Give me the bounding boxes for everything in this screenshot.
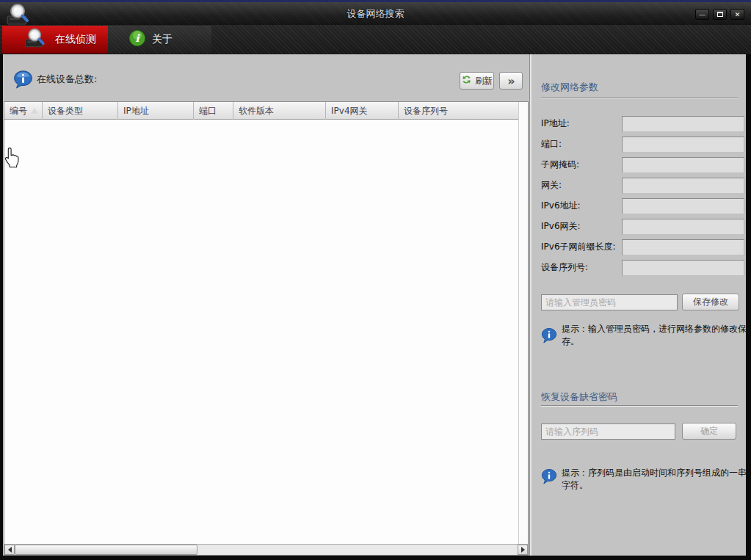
tab-about[interactable]: i 关于	[108, 26, 211, 54]
scroll-left-button[interactable]	[4, 545, 15, 555]
column-header-ip-address[interactable]: IP地址	[118, 102, 194, 120]
expand-options-button[interactable]: »	[499, 72, 523, 90]
ipv6-gateway-field[interactable]	[622, 219, 744, 235]
app-window: 设备网络搜索 — ✕ 在线侦测	[0, 0, 751, 560]
subnet-mask-field[interactable]	[622, 157, 744, 173]
section-rule	[541, 405, 738, 407]
column-header-software-version[interactable]: 软件版本	[233, 102, 326, 120]
ipv6-address-label: IPv6地址:	[541, 198, 581, 213]
port-field[interactable]	[622, 137, 744, 153]
section-rule	[541, 97, 738, 98]
ipv6-address-field[interactable]	[622, 198, 744, 214]
device-table-header: 编号 设备类型 IP地址 端口 软件版本 IPv4网关 设备序列号	[4, 102, 518, 120]
device-table-body	[4, 120, 518, 544]
column-header-ipv4-gateway[interactable]: IPv4网关	[326, 102, 399, 120]
restore-default-password-title: 恢复设备缺省密码	[541, 390, 617, 404]
sort-ascending-icon	[31, 108, 38, 114]
ipv6-gateway-label: IPv6网关:	[541, 219, 581, 233]
minimize-button[interactable]: —	[695, 9, 709, 20]
maximize-icon	[717, 12, 723, 17]
scroll-right-button[interactable]	[518, 545, 528, 555]
maximize-button[interactable]	[713, 9, 727, 20]
scroll-left-icon	[8, 547, 12, 553]
restore-hint-info-icon	[541, 468, 557, 489]
gateway-label: 网关:	[541, 178, 562, 192]
window-controls: — ✕	[695, 9, 744, 20]
save-changes-button[interactable]: 保存修改	[682, 294, 739, 310]
refresh-button[interactable]: 刷新	[460, 72, 494, 90]
horizontal-scrollbar[interactable]	[4, 544, 528, 555]
modify-hint-info-icon	[541, 327, 557, 348]
window-title: 设备网络搜索	[0, 2, 751, 25]
modify-hint-text: 提示：输入管理员密码，进行网络参数的修改保存。	[562, 323, 747, 348]
refresh-icon	[461, 75, 472, 87]
network-parameter-panel: 修改网络参数 IP地址: 端口: 子网掩码: 网关: IPv6地址: IPv6网…	[533, 54, 746, 556]
scroll-right-icon	[521, 547, 525, 553]
close-button[interactable]: ✕	[730, 9, 744, 20]
tab-strip: 在线侦测 i 关于	[0, 25, 751, 54]
horizontal-scrollbar-thumb[interactable]	[15, 545, 197, 555]
subnet-mask-label: 子网掩码:	[541, 157, 579, 172]
tab-online-detect-label: 在线侦测	[55, 33, 96, 46]
admin-password-input[interactable]	[541, 294, 678, 310]
tab-about-label: 关于	[152, 33, 173, 46]
double-chevron-icon: »	[507, 74, 514, 88]
main-content: 在线设备总数: 刷新 » 编号 设备类型 IP地址 端	[3, 54, 746, 556]
gateway-field[interactable]	[622, 178, 744, 194]
online-device-count-label: 在线设备总数:	[37, 70, 97, 89]
ok-button[interactable]: 确定	[682, 423, 736, 440]
tab-online-detect[interactable]: 在线侦测	[2, 26, 108, 54]
device-table: 编号 设备类型 IP地址 端口 软件版本 IPv4网关 设备序列号	[4, 101, 529, 556]
ipv6-prefix-length-label: IPv6子网前缀长度:	[541, 239, 616, 254]
column-header-serial-number[interactable]: 设备序列号	[399, 102, 518, 120]
column-header-device-type[interactable]: 设备类型	[43, 102, 118, 120]
minimize-icon: —	[699, 11, 705, 18]
vertical-scrollbar-track[interactable]	[518, 102, 528, 544]
ip-address-label: IP地址:	[541, 116, 570, 131]
ipv6-prefix-length-field[interactable]	[622, 239, 744, 255]
title-bar: 设备网络搜索 — ✕	[0, 2, 751, 25]
device-count-info-icon	[13, 70, 33, 92]
column-header-index[interactable]: 编号	[4, 102, 43, 120]
restore-hint-text: 提示：序列码是由启动时间和序列号组成的一串字符。	[562, 467, 747, 492]
serial-code-input[interactable]	[541, 423, 675, 440]
panel-divider	[529, 54, 531, 556]
modify-network-params-title: 修改网络参数	[541, 81, 598, 94]
column-header-port[interactable]: 端口	[194, 102, 233, 120]
device-serial-field[interactable]	[622, 260, 744, 276]
ip-address-field[interactable]	[622, 116, 744, 132]
device-search-icon	[23, 27, 49, 52]
device-serial-label: 设备序列号:	[541, 260, 588, 274]
port-label: 端口:	[541, 137, 562, 151]
about-info-icon: i	[128, 29, 146, 50]
refresh-button-label: 刷新	[475, 75, 493, 87]
close-icon: ✕	[735, 11, 741, 18]
